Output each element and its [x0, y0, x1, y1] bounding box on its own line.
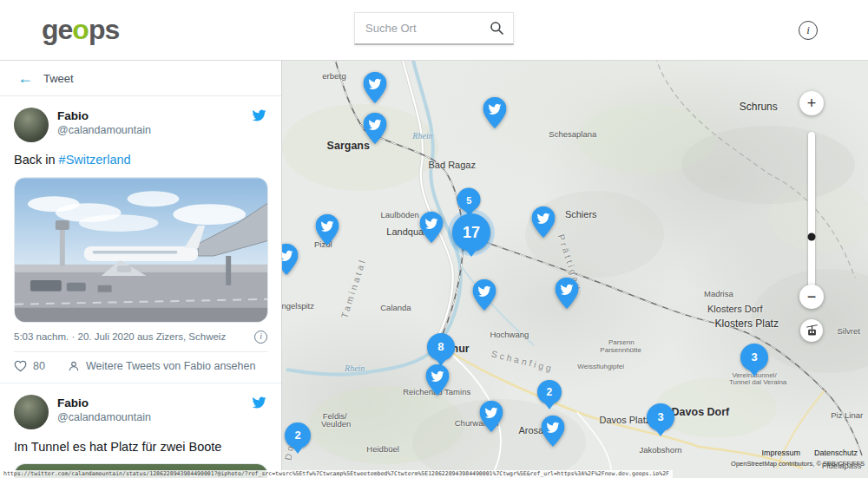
logo-text: ge [42, 14, 72, 45]
attribution-link[interactable]: Impressum [761, 449, 800, 457]
back-arrow-icon[interactable]: ← [17, 70, 33, 86]
tweet-sidebar: ← Tweet Fabio @calandamountain Back in #… [0, 61, 282, 478]
map-place-label: Bad Ragaz [429, 160, 476, 170]
tweet-card: Fabio @calandamountain Im Tunnel es hat … [0, 383, 281, 478]
map-place-label: Weissfluhgipfel [577, 363, 624, 370]
tweet-pin-marker[interactable] [315, 214, 339, 246]
tweet-pin-marker[interactable] [364, 72, 387, 103]
more-tweets-link[interactable]: Weitere Tweets von Fabio ansehen [68, 360, 256, 372]
map-place-label: Schesaplana [549, 129, 596, 139]
tweet-handle[interactable]: @calandamountain [57, 411, 151, 423]
zoom-out-button[interactable]: − [799, 285, 824, 309]
like-button[interactable]: 80 [14, 360, 45, 372]
tweet-pin-marker[interactable] [420, 212, 444, 243]
twitter-bird-icon[interactable] [251, 396, 267, 413]
map-place-label: Silvret [838, 326, 860, 336]
search-icon[interactable] [490, 21, 513, 36]
logo-o: o [72, 14, 89, 45]
map-place-label: Rhein [345, 363, 365, 373]
cable-car-layer-button[interactable] [800, 319, 823, 342]
tweet-photo[interactable] [14, 177, 268, 323]
map-place-label: Heidbüel [366, 443, 399, 453]
tweet-card: Fabio @calandamountain Back in #Switzerl… [0, 96, 281, 383]
tweet-handle[interactable]: @calandamountain [57, 124, 151, 136]
tweet-author[interactable]: Fabio [57, 109, 151, 122]
status-url: https://twitter.com/calandamountain/stat… [0, 470, 673, 478]
attribution-links: ImpressumDatenschutz [761, 449, 858, 457]
heart-icon [14, 360, 27, 372]
zoom-slider[interactable] [808, 132, 815, 288]
geops-logo[interactable]: geops [42, 14, 119, 46]
tweet-meta-row: 5:03 nachm. · 20. Juli 2020 aus Zizers, … [14, 323, 267, 352]
tweet-pin-marker[interactable] [556, 278, 579, 309]
map-place-label: Parsenn [608, 338, 635, 346]
map-place-label: Madrisa [704, 288, 733, 298]
tweet-text: Back in #Switzerland [14, 152, 267, 169]
cluster-marker[interactable]: 8 [427, 333, 455, 361]
tweet-text: Im Tunnel es hat Platz für zwei Boote [14, 439, 267, 456]
map-place-label: Parsennhütte [600, 346, 641, 354]
map-place-label: ngelspitz [282, 300, 314, 310]
main-content: ← Tweet Fabio @calandamountain Back in #… [0, 61, 868, 478]
twitter-bird-icon[interactable] [251, 108, 267, 126]
app-header: geops i [0, 0, 868, 61]
map-place-label: Schruns [740, 101, 778, 113]
cluster-marker[interactable]: 2 [285, 422, 311, 449]
sidebar-title: Tweet [43, 72, 74, 85]
map-place-label: Davos Dorf [672, 406, 730, 418]
tweet-actions: 80 Weitere Tweets von Fabio ansehen [14, 352, 267, 383]
tweet-info-icon[interactable]: i [254, 331, 267, 344]
tweet-text-plain: Back in [14, 153, 59, 167]
like-count: 80 [33, 360, 45, 372]
more-tweets-label: Weitere Tweets von Fabio ansehen [86, 360, 256, 372]
logo-text-2: ps [89, 14, 119, 45]
map-place-label: Piz Linar [831, 409, 863, 419]
map-place-label: Laulböden [380, 210, 418, 219]
cluster-marker[interactable]: 3 [740, 344, 768, 371]
map-place-label: Veulden [321, 418, 351, 428]
person-icon [68, 360, 80, 372]
tweet-author-block: Fabio @calandamountain [57, 108, 151, 136]
tweet-header: Fabio @calandamountain [14, 108, 267, 142]
map-place-label: Jakobshorn [639, 444, 681, 454]
map-place-label: Davos Platz [600, 415, 651, 425]
cluster-marker[interactable]: 17 [452, 213, 490, 252]
cluster-marker[interactable]: 3 [647, 403, 674, 431]
attribution-line: OpenStreetMap contributors, © SBB/CFF/FF… [731, 460, 865, 468]
cluster-marker[interactable]: 5 [457, 188, 481, 212]
zoom-slider-handle[interactable] [808, 233, 816, 241]
zoom-in-button[interactable]: + [799, 91, 824, 115]
avatar[interactable] [14, 108, 49, 142]
tweet-pin-marker[interactable] [483, 97, 507, 128]
tweet-timestamp: 5:03 nachm. · 20. Juli 2020 aus Zizers, … [14, 331, 226, 342]
tweet-author[interactable]: Fabio [57, 396, 151, 409]
map-place-label: Hochwang [490, 330, 529, 339]
tweet-pin-marker[interactable] [532, 206, 556, 238]
map-place-label: Calanda [380, 302, 411, 311]
tweet-author-block: Fabio @calandamountain [57, 395, 151, 423]
map[interactable]: erbergSchrunsSargansRheinBad RagazSchesa… [282, 61, 868, 478]
tweet-pin-marker[interactable] [364, 113, 387, 144]
sidebar-header: ← Tweet [0, 61, 281, 96]
search-input[interactable] [355, 22, 490, 35]
tweet-header: Fabio @calandamountain [14, 395, 267, 429]
tweet-pin-marker[interactable] [425, 364, 449, 396]
map-place-label: Klosters Dorf [707, 304, 763, 314]
avatar[interactable] [14, 395, 49, 429]
cable-car-icon [806, 324, 819, 337]
map-place-label: Arosa [519, 425, 544, 435]
search-box [354, 12, 514, 45]
attribution-link[interactable]: Datenschutz [814, 449, 858, 457]
info-button[interactable]: i [799, 21, 818, 40]
map-place-label: Rhein [412, 131, 432, 141]
cluster-marker[interactable]: 2 [537, 380, 562, 404]
tweet-pin-marker[interactable] [541, 416, 564, 447]
tweet-pin-marker[interactable] [282, 244, 298, 275]
map-place-label: erberg [322, 70, 345, 80]
map-place-label: Tunnel dal Veraina [729, 378, 786, 386]
map-place-label: Klosters Platz [715, 318, 779, 330]
tweet-pin-marker[interactable] [479, 401, 503, 432]
hashtag-link[interactable]: #Switzerland [59, 153, 131, 167]
tweet-pin-marker[interactable] [472, 279, 496, 311]
map-place-label: Schiers [565, 209, 597, 219]
